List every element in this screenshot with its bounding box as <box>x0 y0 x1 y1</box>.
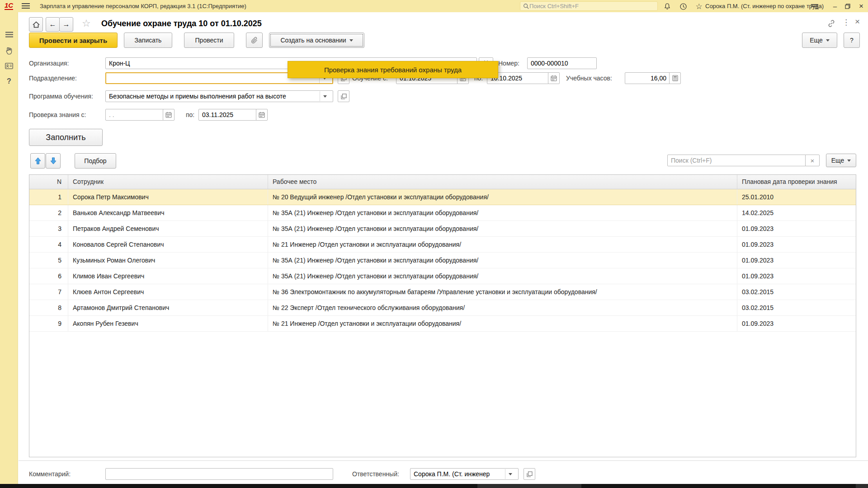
cell-n[interactable]: 2 <box>29 205 68 221</box>
table-row[interactable]: 2Ваньков Александр Матвеевич№ 35А (21) И… <box>29 205 856 221</box>
table-row[interactable]: 7Клюев Антон Сергеевич№ 36 Электромонтаж… <box>29 284 856 300</box>
cell-n[interactable]: 6 <box>29 268 68 284</box>
hours-calculator-button[interactable] <box>669 72 681 84</box>
cell-employee[interactable]: Акопян Рубен Гезевич <box>68 316 268 331</box>
cell-workplace[interactable]: № 35А (21) Инженер /Отдел установки и эк… <box>268 268 737 284</box>
table-row[interactable]: 8Артамонов Дмитрий Степанович№ 22 Экспер… <box>29 300 856 316</box>
col-header-n[interactable]: N <box>29 175 68 189</box>
help-button[interactable]: ? <box>844 33 860 48</box>
back-button[interactable]: ← <box>46 17 60 32</box>
col-header-employee[interactable]: Сотрудник <box>68 175 268 189</box>
cell-workplace[interactable]: № 21 Инженер /Отдел установки и эксплуат… <box>268 237 737 252</box>
program-field[interactable]: Безопасные методы и приемы выполнения ра… <box>105 90 333 102</box>
cell-employee[interactable]: Климов Иван Сергеевич <box>68 268 268 284</box>
cell-workplace[interactable]: № 35А (21) Инженер /Отдел установки и эк… <box>268 253 737 268</box>
table-row[interactable]: 4Коновалов Сергей Степанович№ 21 Инженер… <box>29 237 856 253</box>
favorite-star-icon[interactable]: ☆ <box>82 18 91 29</box>
col-header-date[interactable]: Плановая дата проверки знания <box>737 175 856 189</box>
check-to-calendar-button[interactable] <box>256 109 268 121</box>
home-button[interactable] <box>29 17 43 32</box>
cell-n[interactable]: 3 <box>29 221 68 236</box>
table-search-clear-button[interactable]: × <box>805 155 820 166</box>
forward-button[interactable]: → <box>59 17 73 32</box>
check-from-field[interactable]: . . <box>105 109 164 121</box>
program-open-button[interactable] <box>338 90 349 102</box>
post-and-close-button[interactable]: Провести и закрыть <box>29 33 118 48</box>
pick-button[interactable]: Подбор <box>75 153 116 169</box>
attachments-button[interactable] <box>246 33 263 48</box>
help-icon[interactable]: ? <box>0 75 18 87</box>
more-dots-icon[interactable]: ⋮ <box>842 18 850 27</box>
check-from-calendar-button[interactable] <box>163 109 175 121</box>
cell-workplace[interactable]: № 35А (21) Инженер /Отдел установки и эк… <box>268 221 737 236</box>
favorites-star-icon[interactable]: ☆ <box>694 2 703 11</box>
cell-n[interactable]: 7 <box>29 284 68 300</box>
save-button[interactable]: Записать <box>124 33 172 48</box>
table-row[interactable]: 3Петраков Андрей Семенович№ 35А (21) Инж… <box>29 221 856 237</box>
cell-workplace[interactable]: № 36 Электромонтажник по аккумуляторным … <box>268 284 737 300</box>
restore-button[interactable] <box>842 0 854 12</box>
close-window-button[interactable]: × <box>855 0 867 12</box>
cell-workplace[interactable]: № 20 Ведущий инженер /Отдел установки и … <box>268 189 737 205</box>
global-search[interactable] <box>520 1 658 11</box>
minimize-button[interactable]: – <box>829 0 841 12</box>
comment-field[interactable] <box>105 468 333 480</box>
move-up-button[interactable] <box>30 153 45 169</box>
notifications-bell-icon[interactable] <box>663 2 672 11</box>
cell-date[interactable]: 14.02.2025 <box>737 205 856 221</box>
cell-date[interactable]: 03.02.2015 <box>737 300 856 315</box>
cell-workplace[interactable]: № 22 Эксперт /Отдел технического обслужи… <box>268 300 737 315</box>
program-dropdown-button[interactable] <box>320 91 330 101</box>
global-search-input[interactable] <box>529 3 655 9</box>
move-down-button[interactable] <box>46 153 61 169</box>
current-user[interactable]: Сорока П.М. (Ст. инженер по охране труда… <box>705 0 824 12</box>
discussions-hand-icon[interactable] <box>0 45 18 56</box>
cell-n[interactable]: 1 <box>29 189 68 205</box>
cell-date[interactable]: 01.09.2023 <box>737 253 856 268</box>
cell-n[interactable]: 5 <box>29 253 68 268</box>
number-field[interactable]: 0000-000010 <box>527 57 597 69</box>
cell-date[interactable]: 01.09.2023 <box>737 268 856 284</box>
menu-item-knowledge-check[interactable]: Проверка знания требований охраны труда <box>324 66 462 74</box>
table-row[interactable]: 9Акопян Рубен Гезевич№ 21 Инженер /Отдел… <box>29 316 856 332</box>
main-menu-icon[interactable] <box>22 3 30 9</box>
get-link-icon[interactable] <box>827 19 835 28</box>
close-document-icon[interactable]: × <box>855 17 860 27</box>
cell-employee[interactable]: Петраков Андрей Семенович <box>68 221 268 236</box>
table-row[interactable]: 5Кузьминых Роман Олегович№ 35А (21) Инже… <box>29 253 856 268</box>
table-search-input[interactable] <box>671 157 802 164</box>
contacts-card-icon[interactable] <box>0 60 18 72</box>
cell-employee[interactable]: Кузьминых Роман Олегович <box>68 253 268 268</box>
cell-employee[interactable]: Клюев Антон Сергеевич <box>68 284 268 300</box>
cell-employee[interactable]: Сорока Петр Максимович <box>68 189 268 205</box>
fill-button[interactable]: Заполнить <box>29 129 103 146</box>
history-icon[interactable] <box>679 2 688 11</box>
cell-employee[interactable]: Коновалов Сергей Степанович <box>68 237 268 252</box>
cell-n[interactable]: 9 <box>29 316 68 331</box>
check-to-field[interactable]: 03.11.2025 <box>198 109 257 121</box>
table-row[interactable]: 1Сорока Петр Максимович№ 20 Ведущий инже… <box>29 189 856 205</box>
cell-date[interactable]: 25.01.2010 <box>737 189 856 205</box>
responsible-open-button[interactable] <box>524 468 535 480</box>
hours-field[interactable]: 16,00 <box>625 72 670 84</box>
cell-n[interactable]: 4 <box>29 237 68 252</box>
cell-employee[interactable]: Ваньков Александр Матвеевич <box>68 205 268 221</box>
cell-n[interactable]: 8 <box>29 300 68 315</box>
cell-date[interactable]: 01.09.2023 <box>737 316 856 331</box>
col-header-workplace[interactable]: Рабочее место <box>268 175 737 189</box>
sections-menu-icon[interactable] <box>0 28 18 40</box>
form-more-button[interactable]: Еще <box>802 33 837 48</box>
table-search-field[interactable] <box>667 155 806 166</box>
cell-date[interactable]: 03.02.2015 <box>737 284 856 300</box>
table-more-button[interactable]: Еще <box>826 154 856 167</box>
post-button[interactable]: Провести <box>184 33 234 48</box>
comment-input[interactable] <box>109 470 330 478</box>
responsible-dropdown-button[interactable] <box>505 469 515 479</box>
cell-workplace[interactable]: № 35А (21) Инженер /Отдел установки и эк… <box>268 205 737 221</box>
training-to-calendar-button[interactable] <box>548 72 560 84</box>
collapse-panel-icon[interactable] <box>810 2 819 11</box>
create-based-on-button[interactable]: Создать на основании <box>269 33 364 48</box>
cell-employee[interactable]: Артамонов Дмитрий Степанович <box>68 300 268 315</box>
responsible-field[interactable]: Сорока П.М. (Ст. инженер <box>410 468 519 480</box>
cell-date[interactable]: 01.09.2023 <box>737 237 856 252</box>
